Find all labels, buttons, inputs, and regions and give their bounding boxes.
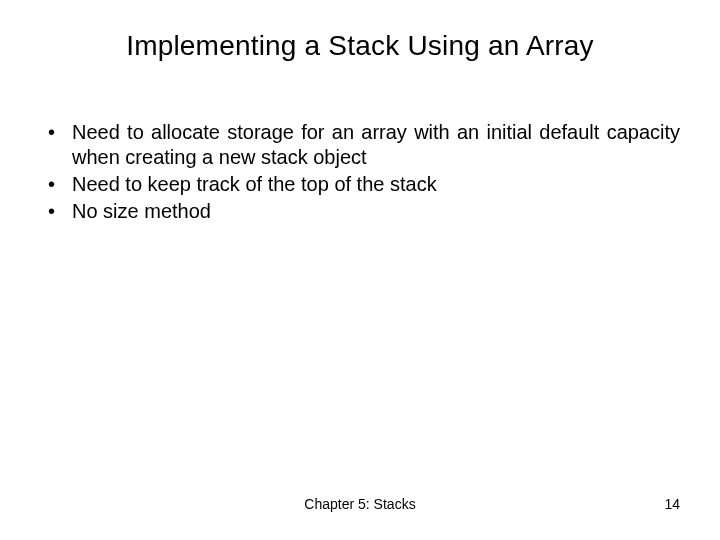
bullet-list: Need to allocate storage for an array wi…: [40, 120, 680, 224]
bullet-item: Need to keep track of the top of the sta…: [40, 172, 680, 197]
slide-body: Need to allocate storage for an array wi…: [40, 120, 680, 226]
bullet-item: No size method: [40, 199, 680, 224]
bullet-item: Need to allocate storage for an array wi…: [40, 120, 680, 170]
footer-chapter: Chapter 5: Stacks: [0, 496, 720, 512]
slide: Implementing a Stack Using an Array Need…: [0, 0, 720, 540]
slide-title: Implementing a Stack Using an Array: [0, 30, 720, 62]
footer-page-number: 14: [664, 496, 680, 512]
